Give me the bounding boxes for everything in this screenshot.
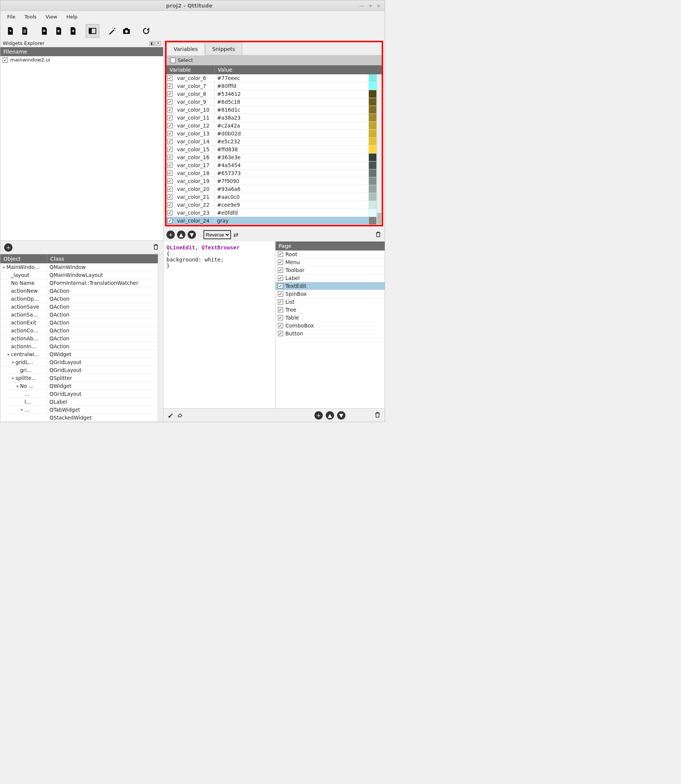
variable-checkbox[interactable] (167, 84, 173, 89)
expand-arrow-icon[interactable]: ▾ (6, 352, 10, 357)
tb-download-file-icon[interactable] (37, 24, 51, 38)
object-tree-row[interactable]: ▾splitte…QSplitter (0, 374, 158, 382)
tb-camera-icon[interactable] (120, 24, 133, 38)
variable-checkbox[interactable] (167, 139, 173, 144)
variable-row[interactable]: var_color_17#4a5454 (166, 161, 376, 169)
color-swatch[interactable] (369, 82, 376, 90)
expand-arrow-icon[interactable]: ▾ (11, 376, 15, 380)
tb-save-file-icon[interactable] (52, 24, 65, 38)
expand-arrow-icon[interactable]: ▾ (20, 408, 24, 412)
page-trash-icon[interactable] (374, 411, 381, 420)
page-checkbox[interactable] (278, 307, 283, 312)
page-list-item[interactable]: SpinBox (276, 290, 385, 298)
variable-checkbox[interactable] (167, 218, 173, 223)
tab-snippets[interactable]: Snippets (205, 43, 242, 55)
color-swatch[interactable] (369, 209, 376, 217)
tb-export-file-icon[interactable] (66, 24, 80, 38)
page-checkbox[interactable] (278, 275, 283, 281)
page-down-icon[interactable]: ▼ (337, 411, 345, 420)
page-list-item[interactable]: Table (276, 314, 385, 322)
color-swatch[interactable] (369, 106, 376, 114)
variable-row[interactable]: var_color_16#363e3e (166, 153, 376, 161)
variables-scrollbar[interactable] (376, 74, 382, 225)
eraser-icon[interactable] (177, 411, 184, 419)
panel-close-icon[interactable]: ✕ (155, 41, 161, 46)
page-up-icon[interactable]: ▲ (326, 411, 334, 420)
variable-checkbox[interactable] (167, 210, 173, 215)
variable-checkbox[interactable] (167, 99, 173, 104)
variable-checkbox[interactable] (167, 147, 173, 152)
variable-row[interactable]: var_color_6#77eeec (166, 74, 376, 82)
object-tree-row[interactable]: actionExitQAction (0, 319, 158, 327)
page-list-item[interactable]: List (276, 298, 385, 306)
object-tree-row[interactable]: actionNewQAction (0, 287, 158, 295)
page-checkbox[interactable] (278, 291, 283, 297)
page-list-item[interactable]: TextEdit (276, 282, 385, 290)
variable-row[interactable]: var_color_20#93a6a6 (166, 185, 376, 193)
stylesheet-editor[interactable]: QLineEdit, QTextBrowser { background: wh… (163, 242, 275, 408)
color-swatch[interactable] (369, 169, 376, 177)
menu-tools[interactable]: Tools (21, 13, 40, 21)
object-tree-row[interactable]: actionOp…QAction (0, 295, 158, 303)
page-checkbox[interactable] (278, 323, 283, 328)
object-tree-scrollbar[interactable] (158, 254, 163, 422)
page-list-item[interactable]: ComboBox (276, 322, 385, 330)
file-row[interactable]: mainwindow2.ui (0, 56, 163, 63)
variable-row[interactable]: var_color_24gray (166, 217, 376, 225)
color-swatch[interactable] (369, 98, 376, 106)
variable-row[interactable]: var_color_8#534612 (166, 90, 376, 98)
variable-checkbox[interactable] (167, 194, 173, 199)
variable-checkbox[interactable] (167, 115, 173, 120)
variable-row[interactable]: var_color_11#a38a23 (166, 114, 376, 122)
color-swatch[interactable] (369, 217, 376, 224)
variable-checkbox[interactable] (167, 179, 173, 184)
color-swatch[interactable] (369, 185, 376, 193)
color-swatch[interactable] (369, 153, 376, 161)
variable-row[interactable]: var_color_23#e0fdfd (166, 209, 376, 217)
tb-layout-icon[interactable] (86, 24, 99, 38)
variable-checkbox[interactable] (167, 131, 173, 136)
object-tree-row[interactable]: actionSaveQAction (0, 303, 158, 311)
object-tree-row[interactable]: actionCo…QAction (0, 327, 158, 335)
variable-checkbox[interactable] (167, 123, 173, 128)
color-swatch[interactable] (369, 145, 376, 153)
object-tree-row[interactable]: actionAb…QAction (0, 335, 158, 343)
expand-arrow-icon[interactable]: ▾ (11, 360, 15, 364)
variable-row[interactable]: var_color_21#aac0c0 (166, 193, 376, 201)
color-swatch[interactable] (369, 193, 376, 201)
color-swatch[interactable] (369, 201, 376, 209)
window-maximize-icon[interactable]: + (369, 3, 373, 9)
object-tree-row[interactable]: ▾No …QWidget (0, 382, 158, 390)
variable-row[interactable]: var_color_7#80fffd (166, 82, 376, 90)
page-checkbox[interactable] (278, 252, 283, 257)
variable-checkbox[interactable] (167, 163, 173, 168)
variable-row[interactable]: var_color_14#e5c232 (166, 138, 376, 145)
page-list-item[interactable]: Menu (276, 258, 385, 266)
object-tree-row[interactable]: ▾MainWindo…QMainWindow (0, 263, 158, 271)
add-icon[interactable]: + (4, 243, 13, 252)
tb-refresh-icon[interactable] (139, 24, 153, 38)
page-checkbox[interactable] (278, 259, 283, 265)
object-tree-row[interactable]: QStackedWidget (0, 414, 158, 422)
tb-document-icon[interactable] (18, 24, 31, 38)
page-checkbox[interactable] (278, 283, 283, 289)
page-checkbox[interactable] (278, 315, 283, 320)
color-swatch[interactable] (369, 74, 376, 82)
object-tree-row[interactable]: actionIn…QAction (0, 343, 158, 351)
object-tree-row[interactable]: ▾centralwi…QWidget (0, 351, 158, 359)
file-checkbox[interactable] (3, 57, 8, 63)
color-swatch[interactable] (369, 138, 376, 145)
select-all-checkbox[interactable] (170, 58, 176, 63)
variable-checkbox[interactable] (167, 155, 173, 160)
menu-file[interactable]: File (3, 13, 19, 21)
page-checkbox[interactable] (278, 331, 283, 336)
shuffle-icon[interactable]: ⇄ (233, 231, 238, 239)
object-tree-row[interactable]: _layoutQMainWindowLayout (0, 271, 158, 279)
page-list-item[interactable]: Button (276, 330, 385, 338)
color-swatch[interactable] (369, 122, 376, 130)
tb-wand-icon[interactable] (105, 24, 119, 38)
object-tree-row[interactable]: No NameQFormInternal::TranslationWatcher (0, 279, 158, 287)
variable-checkbox[interactable] (167, 171, 173, 176)
color-swatch[interactable] (369, 90, 376, 98)
variable-checkbox[interactable] (167, 91, 173, 96)
